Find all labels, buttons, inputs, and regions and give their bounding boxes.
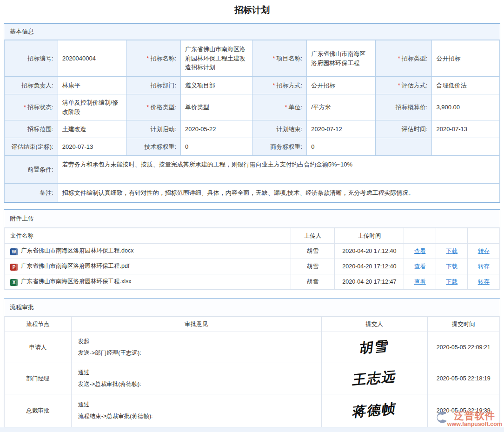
label-evaluation-method: *评估方式: [375, 77, 432, 94]
upload-time: 2020-04-20 17:12:47 [335, 274, 404, 290]
column-header-approval-opinion: 审批意见 [71, 317, 321, 332]
label-evaluation-time: 评估时间: [375, 120, 432, 138]
opinion-line: 通过 [78, 399, 315, 411]
column-header-action [404, 228, 436, 244]
fanpu-brand: 泛普软件 www.fanpusoft.com [435, 410, 502, 427]
value-project-name: 广东省佛山市南海区洛府园林环保工程 [307, 40, 376, 77]
value-bid-name: 广东省佛山市南海区洛府园林环保工程土建改造招标计划 [181, 40, 252, 77]
required-asterisk: * [24, 104, 26, 111]
attachment-row: P广东省佛山市南海区洛府园林环保工程.pdf 胡雪 2020-04-20 17:… [5, 259, 500, 274]
label-remark: 备注: [5, 184, 58, 202]
label-bid-name: *招标名称: [126, 40, 181, 77]
handwritten-signature: 胡雪 [358, 337, 390, 358]
column-header-file-name: 文件名称 [5, 228, 291, 244]
value-bid-manager: 林康平 [58, 77, 126, 94]
download-link[interactable]: 下载 [446, 248, 458, 254]
value-plan-end: 2020-07-12 [307, 120, 376, 138]
value-unit: /平方米 [307, 94, 376, 120]
value-bid-method: 公开招标 [307, 77, 376, 94]
opinion-line: 通过 [78, 367, 315, 379]
approval-opinion: 通过 发送->总裁审批(蒋德帧): [71, 363, 321, 394]
required-asterisk: * [398, 82, 400, 89]
basic-info-section-title: 基本信息 [4, 24, 500, 40]
download-link[interactable]: 下载 [446, 279, 458, 285]
basic-info-row: 备注: 招标文件编制认真细致，有针对性的，招标范围详细、具体，内容全面，无缺、漏… [5, 184, 500, 202]
value-evaluation-time: 2020-07-13 [432, 120, 500, 138]
bidding-plan-page: 招标计划 基本信息 招标编号: 2020040004 *招标名称: 广东省佛山市… [0, 0, 504, 432]
required-asterisk: * [146, 104, 149, 111]
value-bid-scope: 土建改造 [58, 120, 126, 138]
column-header-submit-time: 提交时间 [427, 317, 500, 332]
transfer-link[interactable]: 转存 [478, 263, 490, 270]
opinion-line: 发起 [78, 336, 315, 347]
approval-table: 流程节点 审批意见 提交人 提交时间 申请人 发起 发送->部门经理(王志远):… [4, 317, 500, 427]
column-header-action [436, 228, 467, 244]
label-plan-start: 计划启动: [126, 120, 181, 138]
file-name-cell: W广东省佛山市南海区洛府园林环保工程.docx [5, 244, 291, 259]
required-asterisk: * [273, 82, 275, 89]
label-precondition: 前置条件: [5, 156, 58, 184]
label-empty [375, 138, 432, 156]
attachment-row: W广东省佛山市南海区洛府园林环保工程.docx 胡雪 2020-04-20 17… [5, 244, 500, 259]
transfer-link[interactable]: 转存 [478, 279, 490, 285]
label-commercial-weight: 商务标权重: [252, 138, 307, 156]
handwritten-signature: 王志远 [351, 367, 397, 390]
column-header-uploader: 上传人 [291, 228, 335, 244]
approval-row: 部门经理 通过 发送->总裁审批(蒋德帧): 王志远 2020-05-05 22… [5, 363, 500, 394]
value-commercial-weight: 0 [307, 138, 376, 156]
column-header-upload-time: 上传时间 [335, 228, 404, 244]
column-header-submitter: 提交人 [321, 317, 427, 332]
label-bid-status: *招标状态: [5, 94, 58, 120]
label-technical-weight: 技术标权重: [126, 138, 181, 156]
value-precondition: 若劳务方和承包方未能按时、按质、按量完成其所承建的工程，则银行需向业主方支付约占… [58, 156, 499, 184]
file-name: 广东省佛山市南海区洛府园林环保工程.docx [21, 247, 133, 254]
file-name: 广东省佛山市南海区洛府园林环保工程.xlsx [21, 278, 132, 285]
required-asterisk: * [398, 55, 400, 62]
value-empty [432, 138, 500, 156]
file-name-cell: P广东省佛山市南海区洛府园林环保工程.pdf [5, 259, 291, 274]
required-asterisk: * [285, 104, 287, 111]
basic-info-row: 招标编号: 2020040004 *招标名称: 广东省佛山市南海区洛府园林环保工… [5, 40, 500, 77]
uploader: 胡雪 [291, 259, 335, 274]
basic-info-section: 基本信息 招标编号: 2020040004 *招标名称: 广东省佛山市南海区洛府… [4, 23, 500, 203]
value-bid-department: 遵义项目部 [181, 77, 252, 94]
required-asterisk: * [146, 55, 149, 62]
column-header-flow-node: 流程节点 [5, 317, 72, 332]
view-link[interactable]: 查看 [414, 248, 426, 254]
upload-time: 2020-04-20 17:12:40 [335, 259, 404, 274]
word-file-icon: W [10, 248, 18, 255]
uploader: 胡雪 [291, 274, 335, 290]
value-bid-number: 2020040004 [58, 40, 126, 77]
value-remark: 招标文件编制认真细致，有针对性的，招标范围详细、具体，内容全面，无缺、漏项,技术… [58, 184, 499, 202]
label-bid-department: 招标部门: [126, 77, 181, 94]
view-link[interactable]: 查看 [414, 263, 426, 270]
upload-time: 2020-04-20 17:12:40 [335, 244, 404, 259]
signature-cell: 胡雪 [321, 332, 427, 363]
download-link[interactable]: 下载 [446, 263, 458, 270]
opinion-line: 流程结束->总裁审批(蒋德帧): [78, 411, 315, 422]
attachment-row: X广东省佛山市南海区洛府园林环保工程.xlsx 胡雪 2020-04-20 17… [5, 274, 500, 290]
label-unit: *单位: [252, 94, 307, 120]
pdf-file-icon: P [10, 264, 18, 271]
label-project-name: *项目名称: [252, 40, 307, 77]
approval-opinion: 发起 发送->部门经理(王志远): [71, 332, 321, 363]
bottom-bar [0, 427, 504, 432]
label-bid-scope: 招标范围: [5, 120, 58, 138]
label-bid-number: 招标编号: [5, 40, 58, 77]
label-plan-end: 计划结束: [252, 120, 307, 138]
approval-section: 流程审批 流程节点 审批意见 提交人 提交时间 申请人 发起 发送->部门经理(… [4, 298, 500, 428]
uploader: 胡雪 [291, 244, 335, 259]
transfer-link[interactable]: 转存 [478, 248, 490, 254]
label-price-type: *价格类型: [126, 94, 181, 120]
opinion-line: 发送->总裁审批(蒋德帧): [78, 379, 315, 390]
view-link[interactable]: 查看 [414, 279, 426, 285]
label-estimate-price: 招标概算价: [375, 94, 432, 120]
brand-url: www.fanpusoft.com [447, 421, 502, 427]
label-evaluation-end: 评估结束(定标): [5, 138, 58, 156]
value-technical-weight: 0 [181, 138, 252, 156]
basic-info-row: 前置条件: 若劳务方和承包方未能按时、按质、按量完成其所承建的工程，则银行需向业… [5, 156, 500, 184]
label-bid-type: *招标类型: [375, 40, 432, 77]
approval-row: 申请人 发起 发送->部门经理(王志远): 胡雪 2020-05-05 22:0… [5, 332, 500, 363]
basic-info-row: 招标负责人: 林康平 招标部门: 遵义项目部 *招标方式: 公开招标 *评估方式… [5, 77, 500, 94]
approval-section-title: 流程审批 [4, 299, 500, 317]
